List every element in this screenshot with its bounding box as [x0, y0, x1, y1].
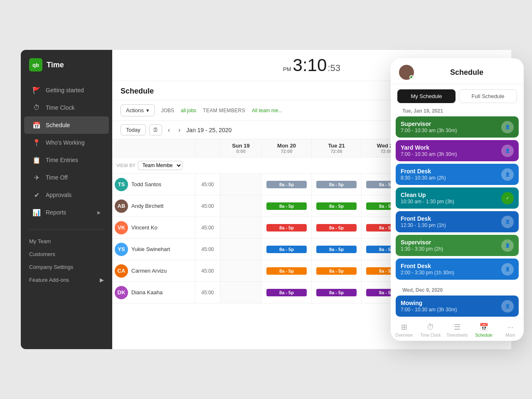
- mobile-event-yard-work[interactable]: Yard Work 7:00 - 10:30 am (3h 30m) 👤: [396, 140, 519, 161]
- sidebar-item-time-off[interactable]: ✈ Time Off: [24, 169, 109, 186]
- event-info: Yard Work 7:00 - 10:30 am (3h 30m): [401, 144, 498, 157]
- actions-button[interactable]: Actions ▾: [121, 104, 155, 116]
- date-range: Jan 19 - 25, 2020: [186, 127, 232, 133]
- person-cell-yukie: YS Yukie Swinehart: [112, 239, 195, 260]
- mobile-scroll-area[interactable]: Tue, Jan 19, 2021 Supervisor 7:00 - 10:3…: [391, 103, 524, 318]
- shift-andy-sun[interactable]: [220, 195, 262, 217]
- mobile-header: Schedule: [391, 58, 524, 84]
- event-info: Supervisor 1:30 - 3:30 pm (2h): [401, 239, 498, 252]
- prev-week-button[interactable]: ‹: [165, 126, 172, 135]
- mobile-nav-more[interactable]: ··· More: [497, 323, 524, 337]
- view-by-tue: [312, 158, 362, 173]
- shift-todd-mon[interactable]: 8a - 5p: [262, 174, 312, 195]
- all-team-members-link[interactable]: All team me...: [252, 108, 282, 113]
- sidebar-item-company-settings[interactable]: Company Settings: [24, 261, 109, 273]
- timesheets-label: Timesheets: [446, 333, 468, 337]
- mobile-event-mowing[interactable]: Mowing 7:00 - 10:30 am (3h 30m) 👤: [396, 296, 519, 317]
- shift-andy-tue[interactable]: 8a - 5p: [312, 195, 362, 217]
- shift-block: 8a - 5p: [266, 224, 306, 232]
- shift-yukie-mon[interactable]: 8a - 5p: [262, 239, 312, 260]
- shift-diana-sun[interactable]: [220, 282, 262, 303]
- main-wrapper: qb Time 🚩 Getting started ⏱ Time Clock 📅…: [21, 50, 511, 349]
- today-button[interactable]: Today: [121, 124, 146, 135]
- shift-carmen-sun[interactable]: [220, 260, 262, 281]
- mobile-user-avatar: [399, 65, 414, 80]
- qb-logo-icon: qb: [29, 58, 42, 71]
- view-by-select[interactable]: Team Membe: [138, 161, 182, 170]
- event-avatar: 👤: [501, 121, 514, 133]
- mobile-event-front-desk-2[interactable]: Front Desk 12:30 - 1:30 pm (1h) 👤: [396, 211, 519, 232]
- mobile-nav-overview[interactable]: ⊞ Overview: [391, 323, 417, 337]
- shift-carmen-mon[interactable]: 8a - 5p: [262, 260, 312, 281]
- sidebar-label-time-off: Time Off: [46, 174, 68, 181]
- sidebar-item-getting-started[interactable]: 🚩 Getting started: [24, 81, 109, 99]
- person-cell-andy: AB Andy Birchett: [112, 195, 195, 217]
- shift-diana-tue[interactable]: 8a - 5p: [312, 282, 362, 303]
- overview-icon: ⊞: [401, 323, 407, 332]
- mobile-nav-schedule[interactable]: 📅 Schedule: [470, 323, 497, 337]
- shift-yukie-sun[interactable]: [220, 239, 262, 260]
- shift-block: 8a - 5p: [316, 202, 356, 210]
- view-by-empty: [195, 158, 220, 173]
- event-avatar: 👤: [501, 239, 514, 252]
- name-carmen: Carmen Arvizu: [131, 268, 167, 274]
- sidebar-item-schedule[interactable]: 📅 Schedule: [24, 116, 109, 134]
- shift-block: 8a - 5p: [266, 246, 306, 253]
- shift-vincent-tue[interactable]: 8a - 5p: [312, 217, 362, 238]
- shift-yukie-tue[interactable]: 8a - 5p: [312, 239, 362, 260]
- shift-carmen-tue[interactable]: 8a - 5p: [312, 260, 362, 281]
- th-mon-date: Mon 20: [266, 143, 307, 149]
- sidebar-item-time-clock[interactable]: ⏱ Time Clock: [24, 99, 109, 116]
- sidebar-item-my-team[interactable]: My Team: [24, 235, 109, 248]
- mobile-event-supervisor-2[interactable]: Supervisor 1:30 - 3:30 pm (2h) 👤: [396, 235, 519, 256]
- sidebar-item-reports[interactable]: 📊 Reports ▶: [24, 204, 109, 221]
- shift-block: 8a - 5p: [266, 289, 306, 296]
- event-title: Supervisor: [401, 121, 498, 127]
- sidebar-app-title: Time: [47, 61, 64, 69]
- sidebar-label-whos-working: Who's Working: [46, 139, 84, 146]
- event-time: 8:30 - 10:30 am (2h): [401, 175, 498, 181]
- mobile-event-clean-up[interactable]: Clean Up 10:30 am - 1:30 pm (3h) ✓: [396, 187, 519, 209]
- shift-andy-mon[interactable]: 8a - 5p: [262, 195, 312, 217]
- mobile-event-front-desk-3[interactable]: Front Desk 2:00 - 3:30 pm (1h 30m) 👤: [396, 259, 519, 280]
- event-avatar: 👤: [501, 145, 514, 157]
- mobile-event-supervisor-1[interactable]: Supervisor 7:00 - 10:30 am (3h 30m) 👤: [396, 116, 519, 138]
- shift-vincent-mon[interactable]: 8a - 5p: [262, 217, 312, 238]
- shift-diana-mon[interactable]: 8a - 5p: [262, 282, 312, 303]
- hours-todd: 45:00: [195, 174, 220, 195]
- clock-hours: 3:10: [293, 57, 327, 74]
- mobile-event-front-desk-1[interactable]: Front Desk 8:30 - 10:30 am (2h) 👤: [396, 164, 519, 185]
- mobile-nav-timeclock[interactable]: ⏱ Time Clock: [417, 323, 444, 337]
- shift-todd-sun[interactable]: [220, 174, 262, 195]
- person-cell-todd: TS Todd Santos: [112, 174, 195, 195]
- avatar-andy: AB: [115, 200, 128, 213]
- shift-vincent-sun[interactable]: [220, 217, 262, 238]
- all-jobs-link[interactable]: all jobs: [181, 108, 196, 113]
- th-tue-date: Tue 21: [316, 143, 357, 149]
- sidebar-item-whos-working[interactable]: 📍 Who's Working: [24, 134, 109, 151]
- event-title: Front Desk: [401, 263, 498, 269]
- sidebar-item-customers[interactable]: Customers: [24, 248, 109, 261]
- shift-todd-tue[interactable]: 8a - 5p: [312, 174, 362, 195]
- avatar-diana: DK: [115, 286, 128, 299]
- event-info: Front Desk 12:30 - 1:30 pm (1h): [401, 215, 498, 228]
- sidebar-item-feature-add-ons[interactable]: Feature Add-ons ▶: [24, 273, 109, 286]
- sidebar-item-approvals[interactable]: ✔ Approvals: [24, 186, 109, 204]
- next-week-button[interactable]: ›: [176, 126, 183, 135]
- view-by-cell: VIEW BY Team Membe: [112, 158, 195, 173]
- feature-add-ons-label: Feature Add-ons: [29, 277, 69, 283]
- tab-full-schedule[interactable]: Full Schedule: [459, 89, 517, 103]
- clock-period: PM: [283, 66, 291, 72]
- sidebar-item-time-entries[interactable]: 📋 Time Entries: [24, 151, 109, 169]
- event-info: Mowing 7:00 - 10:30 am (3h 30m): [401, 300, 498, 313]
- hours-andy: 45:00: [195, 195, 220, 217]
- dropdown-arrow-icon: ▾: [146, 107, 149, 113]
- mobile-nav-timesheets[interactable]: ☰ Timesheets: [444, 323, 470, 337]
- event-avatar: 👤: [501, 300, 514, 313]
- tab-my-schedule[interactable]: My Schedule: [397, 89, 456, 103]
- calendar-picker-button[interactable]: 🗓: [149, 124, 162, 135]
- name-vincent: Vincent Ko: [131, 224, 158, 231]
- event-time: 7:00 - 10:30 am (3h 30m): [401, 307, 498, 313]
- event-time: 2:00 - 3:30 pm (1h 30m): [401, 270, 498, 276]
- th-mon-hours: 72:00: [266, 149, 307, 154]
